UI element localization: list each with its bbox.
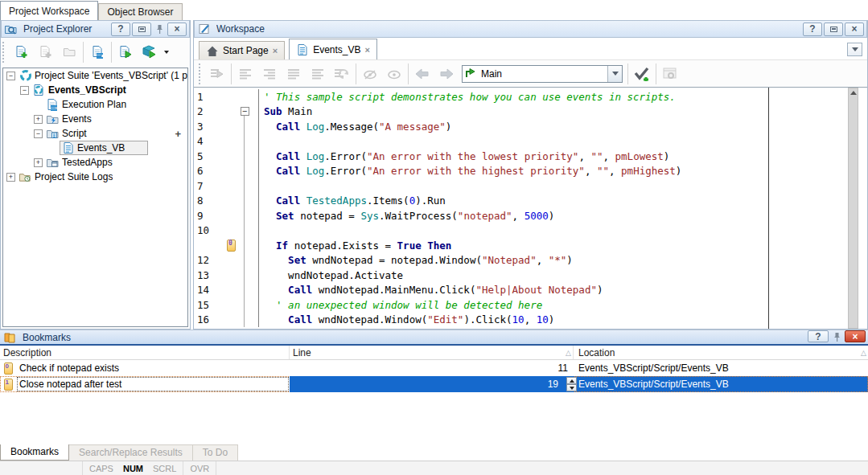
tree-item-body[interactable]: Script <box>46 127 87 140</box>
bookmark-location: Events_VBScript/Script/Events_VB <box>574 360 868 376</box>
scroll-up-icon[interactable] <box>850 91 857 95</box>
fold-margin <box>238 223 251 239</box>
column-header-description[interactable]: Description <box>0 346 290 359</box>
code-line[interactable]: 16 Call wndNotepad.Window("Edit").Click(… <box>194 313 848 328</box>
code-line[interactable]: 9 Set notepad = Sys.WaitProcess("notepad… <box>194 208 848 223</box>
tree-item-project-suite-logs[interactable]: +Project Suite Logs <box>3 170 187 184</box>
auto-hide-button[interactable] <box>824 23 843 36</box>
line-number-stepper[interactable] <box>566 377 577 391</box>
column-header-location[interactable]: Location△ <box>574 346 868 359</box>
tree-item-label: Events_VBScript <box>48 84 126 96</box>
editor-vertical-scrollbar[interactable] <box>848 88 858 329</box>
tab-close-icon[interactable]: × <box>273 46 278 55</box>
tree-item-testedapps[interactable]: +TestedApps <box>3 155 187 170</box>
tree-item-execution-plan[interactable]: Execution Plan <box>3 97 187 112</box>
code-editor[interactable]: 1' This sample script demonstrates how y… <box>194 87 867 329</box>
code-line[interactable]: 15 ' an unexpected window will be detect… <box>194 297 848 313</box>
tree-item-body[interactable]: TestedApps <box>46 156 113 169</box>
mode-tab-object-browser[interactable]: Object Browser <box>98 3 182 20</box>
tree-item-body[interactable]: Events_VB <box>60 141 148 155</box>
column-header-line[interactable]: Line△ <box>290 346 574 359</box>
bookmark-location: Events_VBScript/Script/Events_VB <box>574 376 868 392</box>
code-line[interactable]: 13 wndNotepad.Activate <box>194 268 848 283</box>
routine-selector-dropdown[interactable] <box>607 66 622 82</box>
code-text: Call Log.Error("An error with the lowest… <box>264 150 669 162</box>
indicator-scrl: SCRL <box>153 464 176 473</box>
tree-item-script[interactable]: −Script+ <box>3 126 187 141</box>
gutter-separator <box>251 164 259 179</box>
bookmarks-panel-header[interactable]: Bookmarks ?× <box>0 330 868 346</box>
bookmark-row[interactable]: 0Check if notepad exists11Events_VBScrip… <box>0 360 868 376</box>
pin-button[interactable] <box>153 23 166 36</box>
pin-button[interactable] <box>830 330 843 344</box>
bookmark-row[interactable]: 1Close notepad after test19Events_VBScri… <box>0 376 868 392</box>
collapse-icon[interactable]: − <box>34 129 43 138</box>
code-line[interactable]: 7 <box>194 178 848 194</box>
routine-selector[interactable]: Main <box>462 65 623 83</box>
expand-icon[interactable]: + <box>34 158 43 167</box>
code-line[interactable]: 14 Call wndNotepad.MainMenu.Click("Help|… <box>194 283 848 298</box>
document-tab-start-page[interactable]: Start Page× <box>199 41 285 59</box>
code-line[interactable]: 2−Sub Main <box>194 104 848 120</box>
tree-item-body[interactable]: Project Suite Logs <box>19 170 113 183</box>
help-button[interactable]: ? <box>808 330 829 342</box>
fold-collapse-icon[interactable]: − <box>238 104 251 120</box>
tree-item-events-vbscript[interactable]: −Events_VBScript <box>3 83 187 97</box>
help-button[interactable]: ? <box>803 23 822 36</box>
search-folder-icon <box>4 23 18 35</box>
tree-item-body[interactable]: Events <box>46 113 92 125</box>
panel-tab-to-do[interactable]: To Do <box>193 444 238 461</box>
run-project-suite-icon[interactable] <box>138 40 162 64</box>
code-line[interactable]: 1' This sample script demonstrates how y… <box>194 89 848 104</box>
expand-icon[interactable]: + <box>34 115 43 124</box>
tree-item-project-suite-events-vbscript-[interactable]: −Project Suite 'Events_VBScript' (1 proj… <box>3 68 187 83</box>
mode-tab-project-workspace[interactable]: Project Workspace <box>0 1 98 20</box>
tree-item-events[interactable]: +Events <box>3 112 187 126</box>
close-button[interactable]: × <box>845 330 866 342</box>
project-explorer-header[interactable]: Project Explorer ?× <box>1 20 190 38</box>
bookmark-line-edit-field[interactable]: 19 <box>290 376 574 392</box>
toolbar-separator <box>111 42 112 63</box>
workspace-header[interactable]: Workspace ?× <box>194 20 867 38</box>
code-text: If notepad.Exists = True Then <box>264 240 451 252</box>
bookmark-description[interactable]: Check if notepad exists <box>16 360 290 376</box>
add-item-inline-icon[interactable]: + <box>175 128 181 140</box>
auto-hide-button[interactable] <box>132 23 151 36</box>
tab-list-button[interactable] <box>847 43 862 56</box>
close-button[interactable]: × <box>167 23 187 36</box>
bookmark-line[interactable]: 11 <box>290 360 574 376</box>
code-line[interactable]: 5 Call Log.Error("An error with the lowe… <box>194 149 848 164</box>
code-line[interactable]: 12 Set wndNotepad = notepad.Window("Note… <box>194 253 848 268</box>
close-button[interactable]: × <box>845 23 864 36</box>
tree-item-body[interactable]: Project Suite 'Events_VBScript' (1 proje… <box>19 69 187 82</box>
create-checkpoint-icon[interactable] <box>630 62 654 86</box>
run-project-icon[interactable] <box>113 40 138 64</box>
code-line[interactable]: 0 If notepad.Exists = True Then <box>194 238 848 253</box>
panel-tab-bookmarks[interactable]: Bookmarks <box>0 444 69 461</box>
panel-tab-search-replace-results[interactable]: Search/Replace Results <box>69 444 193 461</box>
toolbar-grip[interactable] <box>2 42 6 63</box>
toolbar-grip[interactable] <box>199 63 203 84</box>
expand-icon[interactable]: + <box>6 173 15 182</box>
tab-close-icon[interactable]: × <box>365 45 370 55</box>
project-icon <box>32 84 46 96</box>
line-number: 13 <box>194 269 224 281</box>
toolbar-more-icon[interactable] <box>162 40 171 64</box>
document-tab-events-vb[interactable]: Events_VB× <box>289 39 377 59</box>
collapse-icon[interactable]: − <box>6 72 15 80</box>
code-line[interactable]: 8 Call TestedApps.Items(0).Run <box>194 194 848 209</box>
collapse-icon[interactable]: − <box>20 86 29 95</box>
bookmark-description-edit-field[interactable]: Close notepad after test <box>16 376 290 392</box>
tree-item-events-vb[interactable]: Events_VB <box>3 141 187 155</box>
code-text: Set notepad = Sys.WaitProcess("notepad",… <box>264 210 554 222</box>
help-button[interactable]: ? <box>111 23 130 36</box>
tree-item-body[interactable]: Execution Plan <box>46 98 126 111</box>
code-line[interactable]: 3 Call Log.Message("A message") <box>194 119 848 134</box>
bookmark-gutter-icon[interactable]: 0 <box>224 240 238 252</box>
organize-items-icon[interactable] <box>85 40 109 64</box>
code-line[interactable]: 6 Call Log.Error("An error with the high… <box>194 164 848 179</box>
add-project-icon[interactable] <box>9 40 33 64</box>
code-line[interactable]: 10 <box>194 223 848 239</box>
code-line[interactable]: 4 <box>194 134 848 149</box>
tree-item-body[interactable]: Events_VBScript <box>32 84 126 96</box>
